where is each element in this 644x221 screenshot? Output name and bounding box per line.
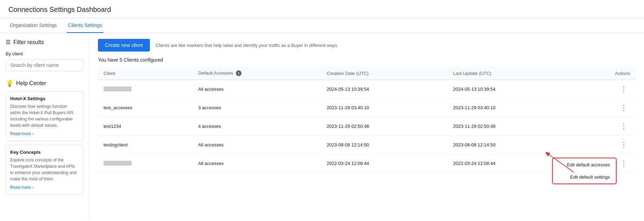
default-accesses-cell: 3 accesses <box>193 98 321 117</box>
col-client: Client <box>98 67 193 80</box>
table-row: hiddenAll accesses2022-03-24 12:08:44202… <box>98 154 636 173</box>
client-name-cell: testingclient <box>98 136 193 154</box>
three-dots-menu[interactable]: ⋮ <box>617 103 630 112</box>
actions-cell: ⋮ <box>574 98 636 117</box>
page-title: Connections Settings Dashboard <box>0 0 644 18</box>
last-update-cell: 2024-05-13 10:39:54 <box>447 80 574 98</box>
last-update-cell: 2023-11-29 03:40:10 <box>447 98 574 117</box>
key-concepts-title: Key Concepts <box>10 150 79 155</box>
last-update-cell: 2023-08-08 12:14:50 <box>447 136 574 154</box>
filter-title: ☰ Filter results <box>6 39 84 46</box>
content-header: Create new client Clients are like marke… <box>98 39 636 51</box>
hotel-x-text: Discover how settings function within th… <box>10 103 79 129</box>
default-accesses-cell: 4 accesses <box>193 117 321 136</box>
client-name-cell: test1234 <box>98 117 193 136</box>
three-dots-menu[interactable]: ⋮ <box>617 121 630 131</box>
actions-cell: ⋮ <box>574 80 636 98</box>
content-description: Clients are like markers that help label… <box>155 43 338 48</box>
client-name-cell: hidden <box>98 80 193 98</box>
client-name-cell: test_accesses <box>98 98 193 117</box>
clients-table: Client Default Accesses i Creation Date … <box>98 67 636 173</box>
search-input[interactable] <box>6 59 84 71</box>
filter-title-text: Filter results <box>13 39 44 46</box>
help-center: 💡 Help Center Hotel-X Settings Discover … <box>6 80 84 194</box>
create-new-client-button[interactable]: Create new client <box>98 39 150 51</box>
col-creation-date: Creation Date (UTC) <box>321 67 447 80</box>
read-more-link-1[interactable]: Read more <box>10 131 31 136</box>
col-last-update: Last Update (UTC) <box>447 67 574 80</box>
key-concepts-text: Explore core concepts of the TravelgateX… <box>10 157 79 182</box>
filter-icon: ☰ <box>6 39 11 46</box>
table-row: testingclientAll accesses2023-08-08 12:1… <box>98 136 636 154</box>
help-section-key-concepts: Key Concepts Explore core concepts of th… <box>6 145 84 194</box>
creation-date-cell: 2024-05-13 10:39:54 <box>321 80 447 98</box>
col-default-accesses: Default Accesses i <box>193 67 321 80</box>
edit-default-settings-item[interactable]: Edit default settings <box>553 171 616 183</box>
lightbulb-icon: 💡 <box>6 80 13 87</box>
tab-org-settings[interactable]: Organization Settings <box>8 18 58 33</box>
three-dots-menu[interactable]: ⋮ <box>617 84 630 94</box>
three-dots-menu[interactable]: ⋮ <box>617 158 630 168</box>
help-center-title-text: Help Center <box>16 80 46 87</box>
chevron-right-icon-2: › <box>32 185 34 189</box>
tab-clients-settings[interactable]: Clients Settings <box>67 18 104 33</box>
table-row: test_accesses3 accesses2023-11-29 03:40:… <box>98 98 636 117</box>
creation-date-cell: 2023-08-08 12:14:50 <box>321 136 447 154</box>
creation-date-cell: 2023-11-29 03:40:10 <box>321 98 447 117</box>
hotel-x-title: Hotel-X Settings <box>10 96 79 101</box>
sidebar: ☰ Filter results By client 💡 Help Center… <box>0 33 89 219</box>
help-center-title: 💡 Help Center <box>6 80 84 87</box>
client-name-cell: hidden <box>98 154 193 173</box>
tabs-bar: Organization Settings Clients Settings <box>0 18 644 33</box>
info-icon[interactable]: i <box>236 70 241 76</box>
default-accesses-cell: All accesses <box>193 154 321 173</box>
table-header-row: Client Default Accesses i Creation Date … <box>98 67 636 80</box>
help-section-hotel-x: Hotel-X Settings Discover how settings f… <box>6 91 84 141</box>
table-row: test12344 accesses2023-11-29 02:50:48202… <box>98 117 636 136</box>
table-row: hiddenAll accesses2024-05-13 10:39:54202… <box>98 80 636 98</box>
chevron-right-icon-1: › <box>32 132 34 136</box>
read-more-link-2[interactable]: Read more <box>10 185 31 190</box>
actions-cell: ⋮Edit default accessesEdit default setti… <box>574 154 636 173</box>
col-actions: Actions <box>574 67 636 80</box>
default-accesses-cell: All accesses <box>193 136 321 154</box>
creation-date-cell: 2022-03-24 12:08:44 <box>321 154 447 173</box>
default-accesses-cell: All accesses <box>193 80 321 98</box>
by-client-label: By client <box>6 51 84 56</box>
edit-default-accesses-item[interactable]: Edit default accesses <box>553 159 616 171</box>
three-dots-menu[interactable]: ⋮ <box>617 140 630 150</box>
actions-cell: ⋮ <box>574 117 636 136</box>
last-update-cell: 2023-11-29 02:50:48 <box>447 117 574 136</box>
clients-count: You have 5 Clients configured <box>98 57 636 63</box>
main-content: Create new client Clients are like marke… <box>89 33 644 219</box>
creation-date-cell: 2023-11-29 02:50:48 <box>321 117 447 136</box>
actions-cell: ⋮ <box>574 136 636 154</box>
actions-dropdown-menu: Edit default accessesEdit default settin… <box>553 158 616 184</box>
